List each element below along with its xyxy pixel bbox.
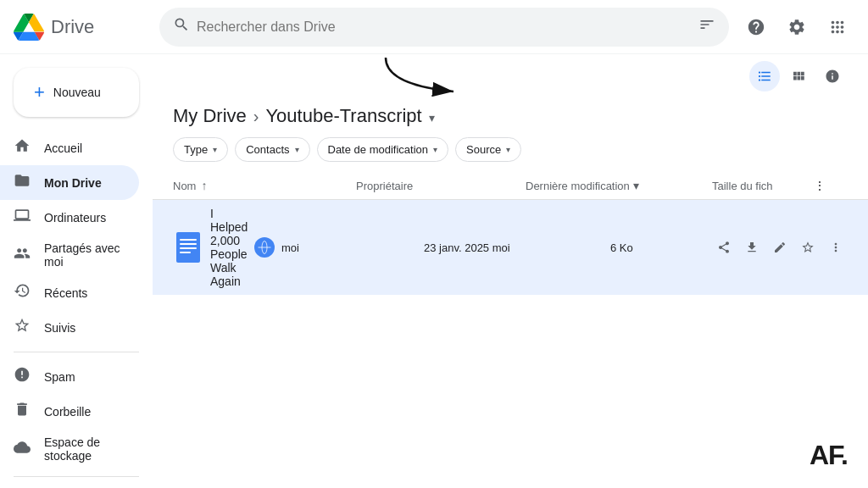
new-button[interactable]: + Nouveau [14, 68, 139, 117]
file-row-actions [712, 234, 848, 261]
col-header-actions: ⋮ [814, 179, 848, 192]
info-button[interactable] [817, 61, 848, 92]
filter-date-label: Date de modification [328, 143, 429, 156]
file-size: 6 Ko [610, 241, 712, 254]
col-modified-label: Dernière modification [526, 180, 630, 192]
content-header: My Drive › Youtube-Transcript ▾ Type ▾ C… [153, 92, 868, 162]
filter-type[interactable]: Type ▾ [173, 137, 228, 162]
owner-avatar [254, 237, 275, 258]
table-header: Nom ↑ Propriétaire Dernière modification… [153, 172, 868, 200]
filter-date-arrow: ▾ [433, 145, 437, 154]
filter-source[interactable]: Source ▾ [455, 137, 521, 162]
more-action-icon[interactable] [823, 234, 848, 261]
breadcrumb-dropdown-icon: ▾ [429, 111, 435, 125]
sidebar-item-partages[interactable]: Partagés avec moi [0, 235, 139, 275]
star-action-icon[interactable] [795, 234, 820, 261]
sidebar-label-recents: Récents [44, 286, 87, 300]
filter-type-arrow: ▾ [213, 145, 217, 154]
list-view-button[interactable] [749, 61, 780, 92]
plus-icon: + [34, 81, 45, 103]
home-icon [14, 137, 31, 158]
sidebar-item-recents[interactable]: Récents [0, 275, 139, 310]
search-bar[interactable] [159, 8, 729, 47]
drive-logo-icon [14, 12, 44, 42]
svg-rect-4 [180, 252, 191, 253]
filter-contacts[interactable]: Contacts ▾ [235, 137, 309, 162]
app-name: Drive [51, 16, 94, 38]
new-button-label: Nouveau [53, 86, 101, 99]
sidebar-label-accueil: Accueil [44, 141, 82, 155]
file-owner: moi [254, 237, 424, 258]
col-header-owner: Propriétaire [356, 180, 526, 192]
col-name-label: Nom [173, 180, 196, 192]
filter-icon[interactable] [698, 16, 715, 37]
sidebar-label-corbeille: Corbeille [44, 405, 91, 419]
computer-icon [14, 207, 31, 228]
edit-action-icon[interactable] [768, 234, 793, 261]
svg-rect-2 [180, 243, 197, 245]
settings-button[interactable] [780, 10, 814, 44]
clock-icon [14, 282, 31, 303]
col-header-size: Taille du fich [712, 180, 814, 192]
col-modified-sort-icon: ▾ [633, 179, 639, 192]
sidebar-item-accueil[interactable]: Accueil [0, 130, 139, 165]
sidebar-label-mon-drive: Mon Drive [44, 176, 102, 190]
filter-source-label: Source [466, 143, 501, 156]
filter-row: Type ▾ Contacts ▾ Date de modification ▾… [173, 137, 848, 162]
sidebar-item-stockage[interactable]: Espace de stockage [0, 429, 139, 469]
help-button[interactable] [739, 10, 773, 44]
grid-view-button[interactable] [783, 61, 814, 92]
file-modified: 23 janv. 2025 moi [424, 241, 610, 254]
storage-section: 241,6 Mo utilisés sur 15 Go Augmenter l'… [0, 484, 153, 488]
svg-rect-3 [180, 247, 197, 249]
sidebar-label-partages: Partagés avec moi [44, 241, 125, 269]
sidebar: + Nouveau Accueil Mon Drive Ordinateurs [0, 54, 153, 488]
breadcrumb-separator: › [253, 107, 259, 126]
col-actions-icon: ⋮ [814, 179, 826, 192]
filter-type-label: Type [184, 143, 208, 156]
spam-icon [14, 366, 31, 387]
cloud-icon [14, 439, 31, 460]
folder-icon [14, 172, 31, 193]
star-icon [14, 317, 31, 338]
search-input[interactable] [197, 19, 692, 35]
svg-rect-1 [180, 239, 197, 241]
sidebar-item-spam[interactable]: Spam [0, 359, 139, 394]
file-type-icon [173, 232, 203, 263]
col-size-label: Taille du fich [712, 180, 773, 192]
sidebar-item-suivis[interactable]: Suivis [0, 310, 139, 345]
sidebar-item-mon-drive[interactable]: Mon Drive [0, 165, 139, 200]
table-row[interactable]: I Helped 2,000 People Walk Again moi 23 … [153, 200, 868, 295]
search-icon [173, 16, 190, 37]
sidebar-label-suivis: Suivis [44, 321, 75, 335]
people-icon [14, 245, 31, 266]
filter-date[interactable]: Date de modification ▾ [317, 137, 449, 162]
watermark: AF. [810, 440, 848, 471]
download-action-icon[interactable] [740, 234, 765, 261]
logo-area: Drive [14, 12, 149, 42]
content-topbar [153, 54, 868, 92]
breadcrumb: My Drive › Youtube-Transcript ▾ [173, 105, 848, 127]
filter-contacts-label: Contacts [246, 143, 289, 156]
sidebar-label-ordinateurs: Ordinateurs [44, 211, 106, 225]
col-header-name[interactable]: Nom ↑ [173, 179, 356, 192]
sidebar-label-spam: Spam [44, 370, 75, 384]
topbar: Drive [0, 0, 868, 54]
trash-icon [14, 401, 31, 422]
sidebar-item-corbeille[interactable]: Corbeille [0, 394, 139, 429]
breadcrumb-current[interactable]: Youtube-Transcript ▾ [265, 105, 434, 127]
share-action-icon[interactable] [712, 234, 737, 261]
file-owner-name: moi [281, 241, 299, 254]
col-header-modified[interactable]: Dernière modification ▾ [526, 179, 712, 192]
main-layout: + Nouveau Accueil Mon Drive Ordinateurs [0, 54, 868, 488]
view-toggle [749, 61, 848, 92]
topbar-right [739, 10, 854, 44]
apps-button[interactable] [821, 10, 854, 44]
col-owner-label: Propriétaire [356, 180, 413, 192]
sidebar-item-ordinateurs[interactable]: Ordinateurs [0, 200, 139, 235]
filter-contacts-arrow: ▾ [295, 145, 299, 154]
filter-source-arrow: ▾ [506, 145, 510, 154]
breadcrumb-root[interactable]: My Drive [173, 105, 247, 127]
content-area: My Drive › Youtube-Transcript ▾ Type ▾ C… [153, 54, 868, 488]
file-name: I Helped 2,000 People Walk Again [210, 207, 254, 288]
